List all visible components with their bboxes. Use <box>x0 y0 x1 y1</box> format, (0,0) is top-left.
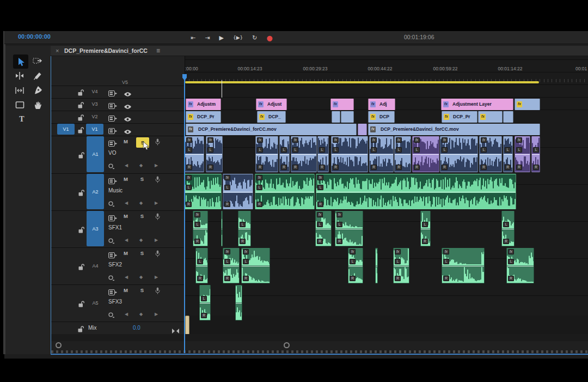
mute-button-A2[interactable]: M <box>122 176 130 182</box>
video-clip-v2[interactable] <box>332 111 340 123</box>
track-lock-icon[interactable] <box>78 151 84 161</box>
playhead-line[interactable] <box>184 76 185 353</box>
track-name-A1[interactable]: VO <box>108 150 116 156</box>
play-button[interactable]: ▶ <box>219 34 223 41</box>
audio-clip-a4[interactable]: fxLR <box>223 248 240 283</box>
sync-lock-icon[interactable] <box>108 177 117 186</box>
mix-volume-value[interactable]: 0.0 <box>133 325 140 331</box>
audio-clip-a1[interactable]: fxLR <box>291 136 317 172</box>
slip-tool[interactable] <box>13 84 26 96</box>
audio-clip-a1[interactable]: fxLR <box>394 136 411 172</box>
show-keyframes-button-A3[interactable] <box>108 237 115 246</box>
audio-clip-a1[interactable]: LR <box>503 136 513 172</box>
next-keyframe-button-A5[interactable]: ▶ <box>155 312 158 317</box>
source-patch-V1[interactable]: V1 <box>57 124 75 135</box>
fx-badge[interactable]: fx <box>517 101 522 107</box>
voiceover-record-button-A5[interactable] <box>155 287 160 296</box>
track-select-forward-tool[interactable] <box>31 54 44 66</box>
video-clip-v1[interactable]: fxDCP_Premiere&Davinci_forCC.mov <box>368 124 540 135</box>
add-keyframe-button-A4[interactable]: ◆ <box>139 275 143 280</box>
sync-lock-icon[interactable] <box>108 288 117 298</box>
mute-button-A3[interactable]: M <box>122 213 130 219</box>
add-keyframe-button-A1[interactable]: ◆ <box>139 163 143 168</box>
fx-badge[interactable]: fx <box>188 114 193 120</box>
fx-badge[interactable]: fx <box>224 175 230 180</box>
voiceover-record-button-A4[interactable] <box>155 250 160 259</box>
mute-button-A5[interactable]: M <box>122 287 130 293</box>
fx-badge[interactable]: fx <box>224 249 230 254</box>
video-clip-v2[interactable]: fx <box>478 111 503 123</box>
video-clip-v3[interactable]: fxAdjustment Layer <box>441 99 513 110</box>
sync-lock-icon[interactable] <box>108 251 117 260</box>
go-to-out-button[interactable]: ⇥ <box>205 34 210 41</box>
hand-tool[interactable] <box>31 99 44 111</box>
fx-badge[interactable]: fx <box>243 249 249 254</box>
razor-tool[interactable] <box>31 69 44 81</box>
horizontal-scrollbar[interactable] <box>51 341 588 350</box>
fx-badge[interactable]: fx <box>414 137 420 143</box>
video-clip-v3[interactable]: fxAdj <box>368 99 395 110</box>
audio-clip-a2[interactable]: fxLR <box>255 174 315 209</box>
fx-badge[interactable]: fx <box>350 249 356 254</box>
audio-clip-a3[interactable]: fxLR <box>193 211 208 246</box>
video-clip-v2[interactable] <box>503 111 513 123</box>
track-target-A1[interactable]: A1 <box>87 136 104 172</box>
track-lock-icon[interactable] <box>78 263 84 272</box>
next-keyframe-button-A4[interactable]: ▶ <box>155 275 158 280</box>
sync-lock-icon[interactable] <box>108 126 117 136</box>
previous-keyframe-button-A1[interactable]: ◀ <box>125 163 128 168</box>
solo-button-A5[interactable]: S <box>138 287 146 293</box>
solo-button-A2[interactable]: S <box>138 176 146 182</box>
timeline-tab-title[interactable]: DCP_Premiere&Davinci_forCC <box>64 47 148 54</box>
solo-button-A3[interactable]: S <box>138 213 146 219</box>
track-target-A5[interactable]: A5 <box>87 285 104 320</box>
video-clip-v1[interactable]: fxDCP_Premiere&Davinci_forCC.mov <box>186 124 357 135</box>
fx-badge[interactable]: fx <box>516 137 522 143</box>
sync-lock-icon[interactable] <box>108 114 117 124</box>
add-keyframe-button-A5[interactable]: ◆ <box>139 312 143 317</box>
fx-badge[interactable]: fx <box>257 137 263 143</box>
audio-clip-a5[interactable]: LR <box>199 285 211 320</box>
audio-clip-a4[interactable]: fxLR <box>442 248 485 283</box>
ripple-edit-tool[interactable] <box>13 69 26 81</box>
scrollbar-zoom-handle-right[interactable] <box>284 342 290 348</box>
audio-clip-a1[interactable]: LR <box>317 136 329 172</box>
track-target-V3[interactable]: V3 <box>86 99 103 110</box>
record-button[interactable]: ● <box>267 34 273 42</box>
fx-badge[interactable]: fx <box>292 137 298 143</box>
fx-badge[interactable]: fx <box>256 175 262 180</box>
mute-button-A4[interactable]: M <box>122 250 130 256</box>
audio-clip-a4[interactable]: fxLR <box>506 248 534 283</box>
track-target-A4[interactable]: A4 <box>87 248 104 283</box>
show-keyframes-button-A1[interactable] <box>108 162 115 172</box>
track-target-V2[interactable]: V2 <box>86 111 103 122</box>
track-name-A4[interactable]: SFX2 <box>108 262 122 268</box>
audio-clip-a1[interactable]: fxLR <box>185 136 204 172</box>
voiceover-record-button-A1[interactable] <box>155 138 160 148</box>
fx-badge[interactable]: fx <box>258 101 264 107</box>
go-to-in-button[interactable]: ⇤ <box>191 34 195 41</box>
fx-badge[interactable]: fx <box>442 137 448 143</box>
video-clip-v2[interactable] <box>341 111 354 123</box>
sync-lock-icon[interactable] <box>108 89 117 99</box>
fx-badge[interactable]: fx <box>333 101 338 107</box>
audio-clip-a1[interactable]: fxLR <box>412 136 439 172</box>
audio-clip-a2[interactable]: fxLR <box>223 174 253 209</box>
audio-clip-a4[interactable]: fxLR <box>241 248 270 283</box>
audio-clip-a1[interactable]: fxLR <box>440 136 478 172</box>
show-keyframes-button-A4[interactable] <box>108 274 115 283</box>
voiceover-record-button-A3[interactable] <box>155 213 160 222</box>
loop-button[interactable]: ↻ <box>252 34 257 41</box>
video-clip-v2[interactable]: fxDCP_ <box>257 111 286 123</box>
next-keyframe-button-A3[interactable]: ▶ <box>155 238 158 242</box>
audio-clip-a1[interactable]: LR <box>279 136 290 172</box>
fx-badge[interactable]: fx <box>444 114 449 120</box>
track-output-toggle[interactable] <box>124 114 132 124</box>
current-timecode[interactable]: 00:00:00:00 <box>18 33 51 40</box>
fx-badge[interactable]: fx <box>370 114 376 120</box>
fx-badge[interactable]: fx <box>207 137 213 143</box>
previous-keyframe-button-A2[interactable]: ◀ <box>125 201 128 205</box>
track-lock-icon[interactable] <box>78 126 84 136</box>
fx-badge[interactable]: fx <box>186 175 192 180</box>
fx-badge[interactable]: fx <box>396 137 402 143</box>
